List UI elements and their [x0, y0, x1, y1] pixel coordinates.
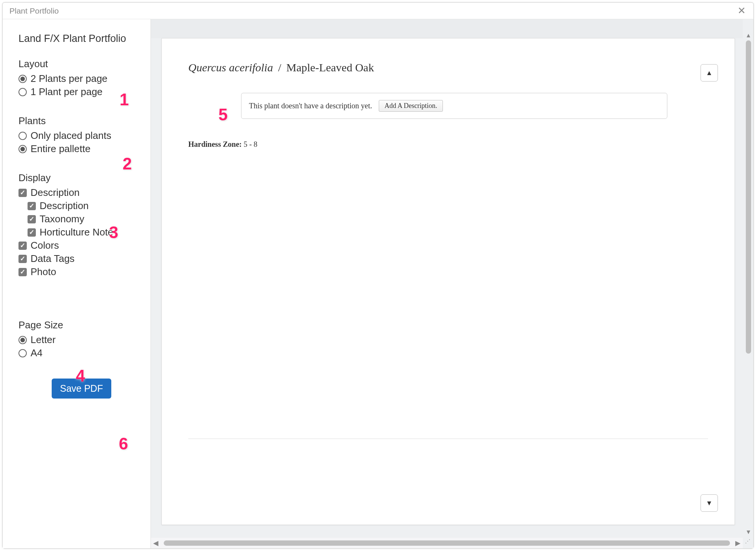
app-window: Plant Portfolio ✕ Land F/X Plant Portfol…	[2, 2, 754, 549]
display-check-photo[interactable]: Photo	[18, 266, 139, 278]
plant-title: Quercus acerifolia / Maple-Leaved Oak	[188, 61, 708, 74]
window-title: Plant Portfolio	[9, 6, 735, 15]
titlebar: Plant Portfolio ✕	[3, 3, 753, 19]
check-label: Data Tags	[31, 253, 75, 265]
plants-section-label: Plants	[18, 115, 139, 127]
display-check-description-sub[interactable]: Description	[28, 200, 139, 212]
hardiness-zone: Hardiness Zone: 5 - 8	[188, 140, 708, 149]
check-label: Taxonomy	[40, 213, 85, 225]
radio-icon[interactable]	[18, 349, 27, 357]
preview-scroll-area[interactable]: Quercus acerifolia / Maple-Leaved Oak ▲ …	[151, 19, 743, 538]
display-check-taxonomy[interactable]: Taxonomy	[28, 213, 139, 225]
scroll-left-arrow-icon[interactable]: ◀	[151, 539, 161, 547]
expand-down-button[interactable]: ▼	[701, 494, 718, 512]
radio-icon[interactable]	[18, 88, 27, 96]
check-label: Description	[31, 187, 80, 199]
check-label: Colors	[31, 240, 59, 251]
checkbox-icon[interactable]	[28, 228, 36, 237]
title-separator: /	[278, 61, 281, 74]
preview-pane: Quercus acerifolia / Maple-Leaved Oak ▲ …	[151, 19, 753, 548]
page-size-option-letter[interactable]: Letter	[18, 334, 139, 346]
layout-option-2-per-page[interactable]: 2 Plants per page	[18, 73, 139, 85]
radio-icon[interactable]	[18, 132, 27, 140]
page-size-option-a4[interactable]: A4	[18, 347, 139, 359]
display-check-hort-note[interactable]: Horticulture Note	[28, 226, 139, 238]
description-box: This plant doesn't have a description ye…	[241, 93, 667, 119]
radio-label: Letter	[31, 334, 56, 346]
checkbox-icon[interactable]	[18, 242, 27, 250]
no-description-text: This plant doesn't have a description ye…	[249, 102, 372, 110]
layout-option-1-per-page[interactable]: 1 Plant per page	[18, 86, 139, 98]
check-label: Horticulture Note	[40, 226, 113, 238]
save-pdf-button[interactable]: Save PDF	[52, 379, 111, 399]
radio-label: 2 Plants per page	[31, 73, 108, 85]
plant-scientific-name: Quercus acerifolia	[188, 61, 273, 74]
radio-label: Only placed plants	[31, 130, 111, 142]
collapse-up-button[interactable]: ▲	[701, 64, 718, 82]
scroll-down-arrow-icon[interactable]: ▼	[745, 529, 752, 536]
scroll-right-arrow-icon[interactable]: ▶	[733, 539, 743, 547]
scroll-up-arrow-icon[interactable]: ▲	[745, 32, 752, 39]
close-icon[interactable]: ✕	[735, 5, 748, 17]
sidebar: Land F/X Plant Portfolio Layout 2 Plants…	[3, 19, 151, 548]
display-section-label: Display	[18, 172, 139, 184]
checkbox-icon[interactable]	[18, 255, 27, 263]
display-check-description[interactable]: Description	[18, 187, 139, 199]
radio-label: Entire pallette	[31, 143, 91, 155]
plants-option-only-placed[interactable]: Only placed plants	[18, 130, 139, 142]
radio-label: A4	[31, 347, 43, 359]
radio-icon[interactable]	[18, 336, 27, 344]
resize-grip-icon[interactable]: ⋰	[745, 540, 752, 547]
hardiness-value: 5 - 8	[244, 140, 258, 148]
sidebar-heading: Land F/X Plant Portfolio	[18, 33, 139, 45]
window-body: Land F/X Plant Portfolio Layout 2 Plants…	[3, 19, 753, 548]
hardiness-label: Hardiness Zone:	[188, 140, 242, 148]
page-size-section-label: Page Size	[18, 319, 139, 331]
horizontal-scrollbar[interactable]	[164, 540, 730, 546]
preview-page: Quercus acerifolia / Maple-Leaved Oak ▲ …	[161, 38, 735, 525]
page-divider	[188, 439, 708, 439]
plants-option-entire-palette[interactable]: Entire pallette	[18, 143, 139, 155]
add-description-button[interactable]: Add A Description.	[379, 100, 443, 112]
display-check-colors[interactable]: Colors	[18, 240, 139, 251]
horizontal-scrollbar-track: ◀ ▶	[151, 538, 743, 548]
plant-common-name: Maple-Leaved Oak	[286, 61, 374, 74]
checkbox-icon[interactable]	[18, 268, 27, 276]
checkbox-icon[interactable]	[28, 202, 36, 210]
check-label: Photo	[31, 266, 56, 278]
display-check-data-tags[interactable]: Data Tags	[18, 253, 139, 265]
layout-section-label: Layout	[18, 58, 139, 70]
radio-label: 1 Plant per page	[31, 86, 103, 98]
checkbox-icon[interactable]	[28, 215, 36, 223]
radio-icon[interactable]	[18, 75, 27, 83]
vertical-scrollbar[interactable]	[746, 40, 751, 354]
checkbox-icon[interactable]	[18, 189, 27, 197]
radio-icon[interactable]	[18, 145, 27, 153]
check-label: Description	[40, 200, 89, 212]
